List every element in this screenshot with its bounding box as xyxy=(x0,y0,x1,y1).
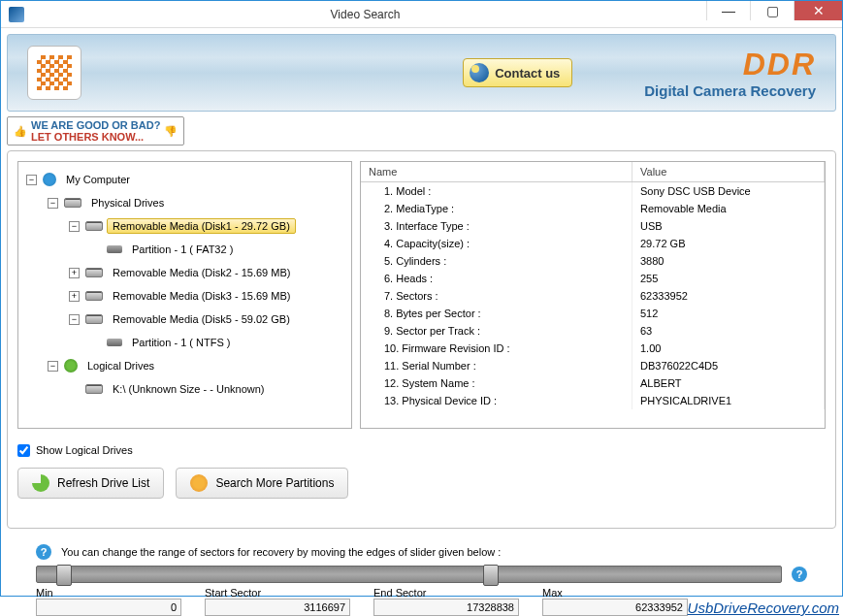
sector-hint: You can change the range of sectors for … xyxy=(61,546,807,558)
logo xyxy=(27,46,81,100)
icon-drive-icon xyxy=(85,221,103,231)
detail-value: USB xyxy=(632,217,825,235)
detail-value: 63 xyxy=(632,322,825,340)
detail-row[interactable]: 2. MediaType :Removable Media xyxy=(361,200,825,217)
refresh-icon xyxy=(32,474,49,492)
detail-row[interactable]: 7. Sectors :62333952 xyxy=(361,287,825,305)
help-icon-left[interactable]: ? xyxy=(36,544,51,560)
banner-brand-block: DDR Digital Camera Recovery xyxy=(644,47,816,99)
logo-pattern-icon xyxy=(37,55,72,90)
app-window: Video Search — ▢ ✕ Contact us DDR Digita… xyxy=(0,0,843,597)
search-more-label: Search More Partitions xyxy=(215,476,334,490)
detail-value: 62333952 xyxy=(632,287,825,305)
detail-value: 29.72 GB xyxy=(632,235,825,252)
window-controls: — ▢ ✕ xyxy=(706,1,842,27)
brand-subtitle: Digital Camera Recovery xyxy=(644,82,816,99)
min-input[interactable] xyxy=(36,599,181,616)
feedback-banner[interactable]: 👍 WE ARE GOOD OR BAD? LET OTHERS KNOW...… xyxy=(7,116,184,146)
maximize-button[interactable]: ▢ xyxy=(750,1,794,20)
detail-header: Name Value xyxy=(361,162,825,182)
tree-node[interactable]: −Removable Media (Disk5 - 59.02 GB) xyxy=(20,308,349,331)
tree-node[interactable]: Partition - 1 ( NTFS ) xyxy=(20,331,349,354)
tree-node[interactable]: −My Computer xyxy=(20,168,349,191)
tree-label: Removable Media (Disk2 - 15.69 MB) xyxy=(107,265,296,280)
tree-node[interactable]: K:\ (Unknown Size - - Unknown) xyxy=(20,377,349,401)
detail-row[interactable]: 11. Serial Number :DB376022C4D5 xyxy=(361,357,825,374)
contact-icon xyxy=(470,63,489,82)
titlebar: Video Search — ▢ ✕ xyxy=(1,1,842,28)
col-name-header[interactable]: Name xyxy=(361,162,632,181)
tree-toggle-icon[interactable]: − xyxy=(69,314,80,325)
detail-value: PHYSICALDRIVE1 xyxy=(632,392,825,409)
drive-tree[interactable]: −My Computer−Physical Drives−Removable M… xyxy=(17,161,352,429)
icon-disk-icon xyxy=(107,245,122,253)
detail-name: 12. System Name : xyxy=(361,374,632,392)
detail-name: 5. Cylinders : xyxy=(361,252,632,270)
icon-drive-icon xyxy=(85,384,103,394)
icon-drive-icon xyxy=(64,198,81,208)
tree-node[interactable]: +Removable Media (Disk3 - 15.69 MB) xyxy=(20,284,349,308)
detail-name: 1. Model : xyxy=(361,182,632,200)
detail-rows: 1. Model :Sony DSC USB Device2. MediaTyp… xyxy=(361,182,825,409)
detail-row[interactable]: 6. Heads :255 xyxy=(361,270,825,287)
search-more-partitions-button[interactable]: Search More Partitions xyxy=(176,468,348,499)
detail-row[interactable]: 8. Bytes per Sector :512 xyxy=(361,305,825,322)
tree-node[interactable]: Partition - 1 ( FAT32 ) xyxy=(20,238,349,261)
detail-value: 1.00 xyxy=(632,340,825,357)
tree-label: Removable Media (Disk5 - 59.02 GB) xyxy=(107,311,296,327)
detail-name: 3. Interface Type : xyxy=(361,217,632,235)
close-button[interactable]: ✕ xyxy=(794,1,842,20)
icon-drive-icon xyxy=(85,291,103,301)
tree-label: Partition - 1 ( FAT32 ) xyxy=(126,242,239,257)
footer-link[interactable]: UsbDriveRecovery.com xyxy=(688,600,839,616)
sector-slider[interactable] xyxy=(36,566,782,583)
end-sector-input[interactable] xyxy=(373,599,519,616)
col-value-header[interactable]: Value xyxy=(632,162,825,181)
tree-toggle-icon[interactable]: + xyxy=(69,291,80,302)
detail-row[interactable]: 5. Cylinders :3880 xyxy=(361,252,825,270)
show-logical-checkbox-row[interactable]: Show Logical Drives xyxy=(17,444,133,457)
detail-value: DB376022C4D5 xyxy=(632,357,825,374)
detail-row[interactable]: 13. Physical Device ID :PHYSICALDRIVE1 xyxy=(361,392,825,409)
search-icon xyxy=(190,474,208,492)
tree-toggle-icon[interactable]: + xyxy=(69,268,80,278)
detail-list[interactable]: Name Value 1. Model :Sony DSC USB Device… xyxy=(360,161,826,429)
tree-label: My Computer xyxy=(60,172,136,187)
detail-name: 8. Bytes per Sector : xyxy=(361,305,632,322)
app-icon xyxy=(9,7,24,22)
tree-toggle-icon[interactable]: − xyxy=(69,221,80,232)
detail-row[interactable]: 4. Capacity(size) :29.72 GB xyxy=(361,235,825,252)
detail-row[interactable]: 9. Sector per Track :63 xyxy=(361,322,825,340)
main-panel: −My Computer−Physical Drives−Removable M… xyxy=(7,150,836,529)
tree-node[interactable]: −Removable Media (Disk1 - 29.72 GB) xyxy=(20,214,349,238)
max-input[interactable] xyxy=(542,599,688,616)
detail-row[interactable]: 10. Firmware Revision ID :1.00 xyxy=(361,340,825,357)
tree-node[interactable]: +Removable Media (Disk2 - 15.69 MB) xyxy=(20,261,349,284)
tree-toggle-icon[interactable]: − xyxy=(48,361,58,372)
detail-value: Removable Media xyxy=(632,200,825,217)
tree-node[interactable]: −Physical Drives xyxy=(20,191,349,214)
min-label: Min xyxy=(36,587,181,599)
icon-drive-icon xyxy=(85,314,103,324)
detail-row[interactable]: 3. Interface Type :USB xyxy=(361,217,825,235)
detail-row[interactable]: 1. Model :Sony DSC USB Device xyxy=(361,182,825,200)
contact-us-button[interactable]: Contact us xyxy=(463,58,572,87)
detail-name: 10. Firmware Revision ID : xyxy=(361,340,632,357)
minimize-button[interactable]: — xyxy=(706,1,750,20)
detail-value: 255 xyxy=(632,270,825,287)
refresh-drive-list-button[interactable]: Refresh Drive List xyxy=(17,468,164,499)
detail-name: 7. Sectors : xyxy=(361,287,632,305)
detail-row[interactable]: 12. System Name :ALBERT xyxy=(361,374,825,392)
detail-value: 512 xyxy=(632,305,825,322)
detail-name: 2. MediaType : xyxy=(361,200,632,217)
help-icon-right[interactable]: ? xyxy=(792,567,807,582)
controls-row: Show Logical Drives xyxy=(17,437,826,464)
feedback-bar: 👍 WE ARE GOOD OR BAD? LET OTHERS KNOW...… xyxy=(7,115,836,146)
feedback-line2: LET OTHERS KNOW... xyxy=(31,131,144,143)
show-logical-checkbox[interactable] xyxy=(17,444,30,457)
start-sector-input[interactable] xyxy=(205,599,350,616)
tree-toggle-icon[interactable]: − xyxy=(48,198,58,209)
tree-node[interactable]: −Logical Drives xyxy=(20,354,349,377)
tree-label: Removable Media (Disk1 - 29.72 GB) xyxy=(107,218,296,234)
tree-toggle-icon[interactable]: − xyxy=(26,175,37,185)
